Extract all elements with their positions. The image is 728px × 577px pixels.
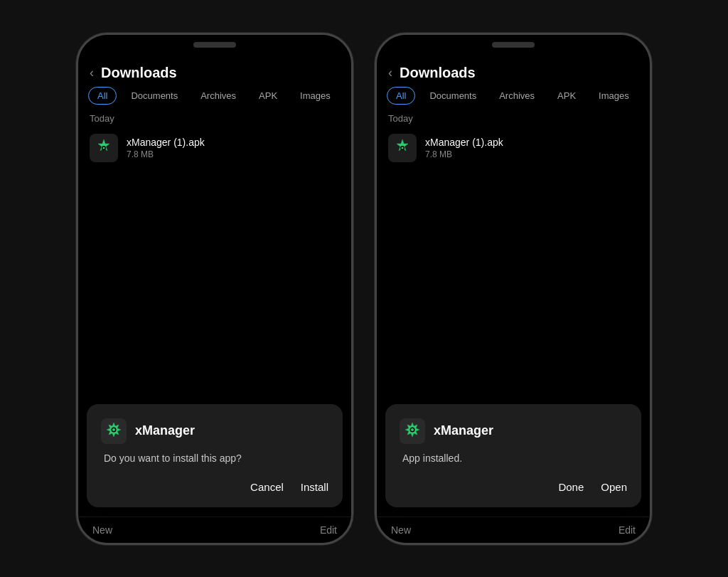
dialog-header-left: xManager (101, 418, 328, 444)
new-button-left[interactable]: New (92, 524, 112, 536)
phone-left-screen: ‹ Downloads All Documents Archives APK I… (78, 35, 351, 543)
file-icon-left (90, 134, 118, 162)
dialog-actions-left: Cancel Install (101, 478, 328, 496)
section-today-right: Today (377, 110, 650, 128)
dialog-message-left: Do you want to install this app? (101, 452, 328, 464)
filter-tabs-right: All Documents Archives APK Images Video (377, 87, 650, 110)
page-title-right: Downloads (400, 65, 476, 81)
tab-all-left[interactable]: All (88, 87, 117, 105)
screen-content-right: ‹ Downloads All Documents Archives APK I… (377, 56, 650, 543)
tab-documents-left[interactable]: Documents (122, 88, 186, 104)
edit-button-left[interactable]: Edit (320, 524, 337, 536)
back-button-right[interactable]: ‹ (388, 65, 392, 80)
installed-dialog-right: xManager App installed. Done Open (385, 404, 641, 507)
phone-left-notch (193, 42, 236, 48)
tab-images-right[interactable]: Images (590, 88, 638, 104)
section-today-left: Today (78, 110, 351, 128)
phone-right-notch (492, 42, 535, 48)
dialog-message-right: App installed. (400, 452, 627, 464)
phone-left-wrapper: ‹ Downloads All Documents Archives APK I… (76, 33, 353, 545)
dialog-actions-right: Done Open (400, 478, 627, 496)
tab-apk-left[interactable]: APK (250, 88, 286, 104)
header-left: ‹ Downloads (78, 56, 351, 87)
file-name-right: xManager (1).apk (425, 137, 503, 148)
header-right: ‹ Downloads (377, 56, 650, 87)
tab-video-left[interactable]: Video (345, 88, 351, 104)
svg-point-11 (411, 428, 414, 431)
svg-point-5 (112, 428, 115, 431)
tab-apk-right[interactable]: APK (549, 88, 584, 104)
tab-images-left[interactable]: Images (291, 88, 339, 104)
file-icon-right (388, 134, 417, 162)
install-dialog-left: xManager Do you want to install this app… (87, 404, 343, 507)
edit-button-right[interactable]: Edit (619, 524, 636, 536)
tab-all-right[interactable]: All (387, 87, 415, 105)
file-info-right: xManager (1).apk 7.8 MB (425, 137, 503, 159)
dialog-icon-right (400, 418, 425, 444)
tab-documents-right[interactable]: Documents (421, 88, 485, 104)
file-size-left: 7.8 MB (127, 149, 205, 159)
filter-tabs-left: All Documents Archives APK Images Video (78, 87, 351, 110)
tab-video-right[interactable]: Video (643, 88, 650, 104)
bottom-bar-right: New Edit (377, 517, 650, 543)
bottom-bar-left: New Edit (78, 517, 351, 543)
phone-right: ‹ Downloads All Documents Archives APK I… (375, 33, 652, 545)
file-info-left: xManager (1).apk 7.8 MB (127, 137, 205, 159)
apk-icon-left (94, 138, 114, 158)
xmanager-icon-left (105, 422, 123, 440)
apk-icon-right (392, 138, 412, 158)
new-button-right[interactable]: New (391, 524, 411, 536)
dialog-app-name-right: xManager (434, 423, 493, 438)
tab-archives-left[interactable]: Archives (192, 88, 245, 104)
screen-content-left: ‹ Downloads All Documents Archives APK I… (78, 56, 351, 543)
file-item-left[interactable]: xManager (1).apk 7.8 MB (78, 128, 351, 168)
dialog-app-name-left: xManager (135, 423, 195, 438)
page-title-left: Downloads (101, 65, 177, 81)
dialog-header-right: xManager (400, 418, 627, 444)
phone-right-screen: ‹ Downloads All Documents Archives APK I… (377, 35, 650, 543)
phone-right-wrapper: ‹ Downloads All Documents Archives APK I… (375, 33, 652, 545)
cancel-button[interactable]: Cancel (250, 478, 284, 496)
phone-left: ‹ Downloads All Documents Archives APK I… (76, 33, 353, 545)
tab-archives-right[interactable]: Archives (491, 88, 543, 104)
file-name-left: xManager (1).apk (127, 137, 205, 148)
done-button[interactable]: Done (558, 478, 584, 496)
open-button[interactable]: Open (601, 478, 627, 496)
file-item-right[interactable]: xManager (1).apk 7.8 MB (377, 128, 650, 168)
back-button-left[interactable]: ‹ (90, 65, 94, 80)
dialog-icon-left (101, 418, 127, 444)
install-button[interactable]: Install (301, 478, 328, 496)
file-size-right: 7.8 MB (425, 149, 503, 159)
xmanager-icon-right (403, 422, 422, 440)
svg-point-8 (402, 147, 404, 149)
svg-point-2 (103, 147, 105, 149)
